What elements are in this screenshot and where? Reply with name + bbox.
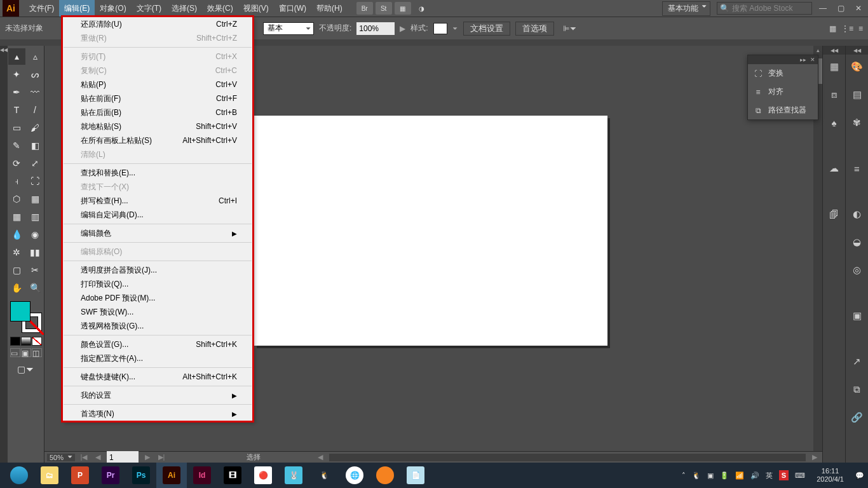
- lasso-tool[interactable]: ᔕ: [27, 66, 44, 83]
- scroll-up-icon[interactable]: ▴: [813, 46, 822, 55]
- export-panel-icon[interactable]: 🗐: [826, 206, 843, 222]
- menu-item-17[interactable]: 编辑颜色▶: [63, 226, 252, 240]
- align-icon[interactable]: ⊫⏷: [563, 24, 577, 33]
- gradient-panel-icon[interactable]: ◐: [849, 206, 865, 222]
- tray-app-icon[interactable]: ▣: [707, 471, 714, 480]
- eraser-tool[interactable]: ◧: [27, 137, 44, 154]
- menu-item-21[interactable]: 透明度拼合器预设(J)...: [63, 263, 252, 277]
- asset-export-panel-icon[interactable]: ↗: [849, 353, 865, 370]
- arrange-documents-icon[interactable]: ▦: [395, 2, 411, 15]
- taskbar-illustrator-icon[interactable]: Ai: [156, 463, 187, 488]
- menu-window[interactable]: 窗口(W): [274, 0, 311, 17]
- horizontal-scrollbar[interactable]: [329, 454, 806, 461]
- menu-effect[interactable]: 效果(C): [202, 0, 238, 17]
- menu-item-7[interactable]: 贴在后面(B)Ctrl+B: [63, 105, 252, 119]
- menu-item-12[interactable]: 查找和替换(E)...: [63, 166, 252, 180]
- slice-tool[interactable]: ✂: [27, 262, 44, 278]
- dock-collapse-b[interactable]: ◀◀: [846, 46, 868, 55]
- artboard-number-field[interactable]: [107, 451, 139, 463]
- chevron-down-icon[interactable]: ⏷: [452, 25, 458, 32]
- paintbrush-tool[interactable]: 🖌: [27, 119, 44, 136]
- menu-item-0[interactable]: 还原清除(U)Ctrl+Z: [63, 17, 252, 31]
- panel-close-icon[interactable]: ✕: [810, 57, 815, 63]
- pen-tool[interactable]: ✒: [8, 84, 25, 100]
- draw-normal[interactable]: ▭: [10, 348, 20, 357]
- width-tool[interactable]: ⫞: [8, 173, 25, 189]
- tray-qq-icon[interactable]: 🐧: [692, 471, 701, 480]
- menu-item-8[interactable]: 就地粘贴(S)Shift+Ctrl+V: [63, 119, 252, 133]
- stock-button[interactable]: St: [376, 2, 392, 15]
- swatches-panel-icon[interactable]: ▤: [849, 86, 865, 103]
- taskbar-powerpoint-icon[interactable]: P: [65, 463, 95, 488]
- taskbar-app3-icon[interactable]: [370, 463, 400, 488]
- tray-volume-icon[interactable]: 🔊: [750, 471, 759, 480]
- selection-tool[interactable]: ▴: [8, 48, 25, 65]
- type-tool[interactable]: T: [8, 102, 25, 118]
- blend-tool[interactable]: ◉: [27, 226, 44, 243]
- hscroll-right-icon[interactable]: ▶: [810, 453, 820, 461]
- pathfinder-panel-icon[interactable]: ◎: [849, 262, 865, 278]
- perspective-grid-tool[interactable]: ▦: [27, 191, 44, 207]
- taskbar-explorer-icon[interactable]: 🗂: [34, 463, 65, 488]
- search-stock-field[interactable]: 🔍 搜索 Adobe Stock: [717, 2, 812, 15]
- tray-up-icon[interactable]: ˄: [682, 471, 686, 480]
- panel-toggle-icon-1[interactable]: ▦: [829, 24, 836, 33]
- opacity-field[interactable]: [356, 22, 395, 35]
- taskbar-photoshop-icon[interactable]: Ps: [126, 463, 156, 488]
- style-swatch[interactable]: [433, 23, 447, 34]
- graphic-style-dropdown[interactable]: 基本: [263, 22, 314, 35]
- restore-button[interactable]: ▢: [834, 1, 848, 15]
- artboards-panel-icon[interactable]: ⧉: [849, 381, 865, 398]
- doc-setup-button[interactable]: 文档设置: [463, 22, 510, 36]
- hscroll-left-icon[interactable]: ◀: [315, 453, 325, 461]
- layers-panel-icon[interactable]: ⧈: [826, 86, 843, 103]
- cc-libraries-panel-icon[interactable]: ☁: [826, 160, 843, 177]
- taskbar-premiere-icon[interactable]: Pr: [95, 463, 126, 488]
- shape-builder-tool[interactable]: ⬡: [8, 191, 25, 207]
- mesh-tool[interactable]: ▦: [8, 208, 25, 225]
- gpu-preview-icon[interactable]: ◑: [414, 2, 430, 15]
- properties-panel-icon[interactable]: ▦: [826, 58, 843, 75]
- close-button[interactable]: ✕: [851, 1, 865, 15]
- menu-object[interactable]: 对象(O): [95, 0, 131, 17]
- tray-clock[interactable]: 16:11 2020/4/1: [811, 467, 849, 484]
- menu-item-30[interactable]: 键盘快捷键(K)...Alt+Shift+Ctrl+K: [63, 370, 252, 384]
- gradient-tool[interactable]: ▥: [27, 208, 44, 225]
- panel-toggle-icon-2[interactable]: ⋮≡: [841, 24, 853, 33]
- brushes-panel-icon[interactable]: ✾: [849, 114, 865, 131]
- next-artboard-icon[interactable]: ▶: [142, 453, 153, 461]
- fill-stroke-control[interactable]: [10, 301, 42, 333]
- menu-item-25[interactable]: 透视网格预设(G)...: [63, 319, 252, 333]
- free-transform-tool[interactable]: ⛶: [27, 173, 44, 189]
- panel-collapse-icon[interactable]: ▸▸: [800, 57, 806, 63]
- eyedropper-tool[interactable]: 💧: [8, 226, 25, 243]
- hand-tool[interactable]: ✋: [8, 280, 25, 296]
- menu-item-27[interactable]: 颜色设置(G)...Shift+Ctrl+K: [63, 337, 252, 351]
- menu-item-24[interactable]: SWF 预设(W)...: [63, 305, 252, 319]
- fill-swatch[interactable]: [10, 301, 31, 322]
- menu-help[interactable]: 帮助(H): [311, 0, 348, 17]
- color-mode-none[interactable]: [32, 337, 42, 346]
- menu-item-23[interactable]: Adobe PDF 预设(M)...: [63, 291, 252, 305]
- symbols-panel-icon[interactable]: ▣: [849, 308, 865, 324]
- align-panel-row[interactable]: ≡ 对齐: [748, 83, 818, 101]
- panel-toggle-icon-3[interactable]: ≡: [858, 24, 863, 33]
- preferences-button[interactable]: 首选项: [515, 22, 554, 36]
- taskbar-notes-icon[interactable]: 📄: [400, 463, 431, 488]
- tray-notifications-icon[interactable]: 💬: [855, 471, 864, 480]
- menu-item-9[interactable]: 在所有画板上粘贴(S)Alt+Shift+Ctrl+V: [63, 133, 252, 147]
- menu-item-15[interactable]: 编辑自定词典(D)...: [63, 208, 252, 222]
- menu-type[interactable]: 文字(T): [132, 0, 166, 17]
- last-artboard-icon[interactable]: ▶|: [156, 453, 166, 461]
- magic-wand-tool[interactable]: ✦: [8, 66, 25, 83]
- menu-file[interactable]: 文件(F): [24, 0, 59, 17]
- taskbar-app1-icon[interactable]: 🔴: [248, 463, 278, 488]
- appearance-panel-icon[interactable]: ♠: [826, 114, 843, 131]
- artboard-tool[interactable]: ▢: [8, 262, 25, 278]
- tray-network-icon[interactable]: 📶: [735, 471, 744, 480]
- menu-item-5[interactable]: 粘贴(P)Ctrl+V: [63, 78, 252, 92]
- links-panel-icon[interactable]: 🔗: [849, 409, 865, 426]
- tray-ime-lang[interactable]: 英: [766, 471, 773, 480]
- menu-view[interactable]: 视图(V): [238, 0, 274, 17]
- transform-panel-row[interactable]: ⛶ 变换: [748, 64, 818, 83]
